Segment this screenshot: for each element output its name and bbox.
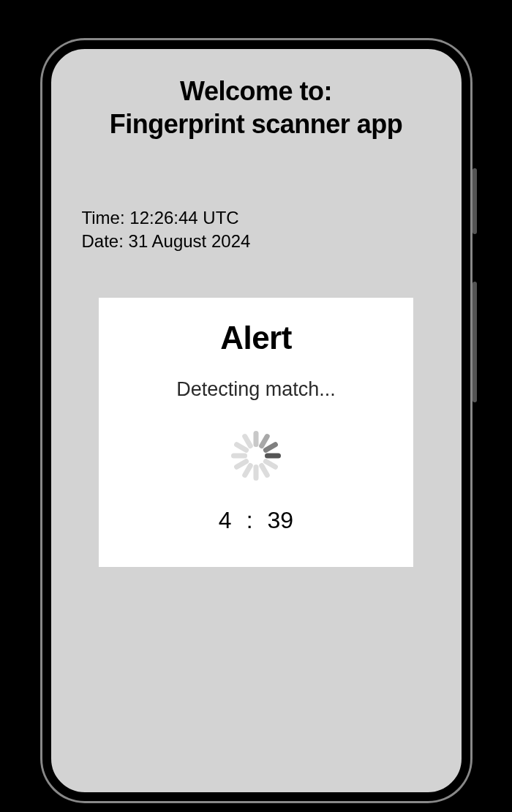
phone-screen: Welcome to: Fingerprint scanner app Time… [42,40,470,801]
page-title-line2: Fingerprint scanner app [73,108,440,140]
page-title: Welcome to: Fingerprint scanner app [73,75,440,140]
time-label: Time: [82,208,130,228]
date-value: 31 August 2024 [129,231,251,251]
countdown-timer: 4 : 39 [113,507,399,534]
date-row: Date: 31 August 2024 [82,230,440,253]
loading-spinner-icon [230,430,282,481]
alert-title: Alert [113,320,399,356]
time-value: 12:26:44 UTC [129,208,238,228]
countdown-seconds: 39 [268,507,294,534]
phone-side-button-volume [473,282,477,402]
datetime-block: Time: 12:26:44 UTC Date: 31 August 2024 [82,206,440,254]
countdown-separator: : [246,507,253,534]
date-label: Date: [82,231,129,251]
countdown-minutes: 4 [219,507,232,534]
alert-card: Alert Detecting match... 4 : 39 [99,298,413,567]
phone-side-button-power [473,168,477,234]
time-row: Time: 12:26:44 UTC [82,206,440,230]
phone-mock: Welcome to: Fingerprint scanner app Time… [42,40,470,801]
alert-subtitle: Detecting match... [113,378,399,401]
page-title-line1: Welcome to: [73,75,440,108]
